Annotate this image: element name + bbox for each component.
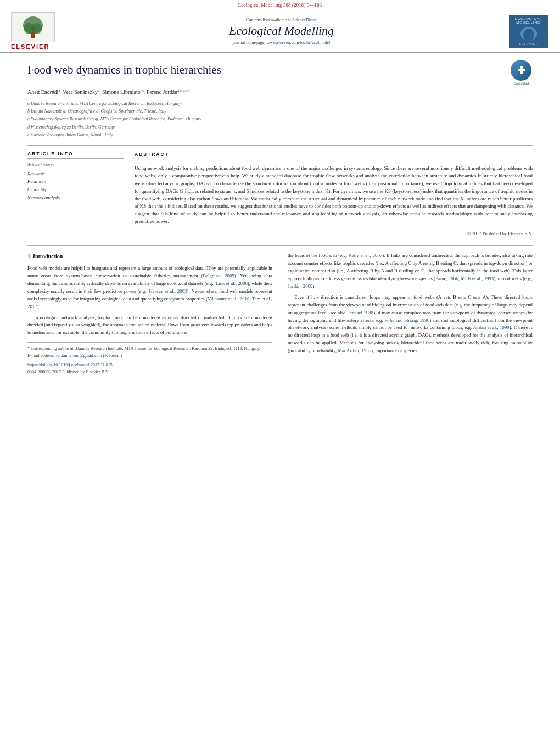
article-info-header: ARTICLE INFO	[27, 151, 124, 159]
author-endrédi: Anett Endrédia	[27, 89, 60, 95]
keyword-1: Food web	[27, 177, 124, 186]
elsevier-brand: ELSEVIER	[11, 43, 49, 50]
article-title: Food web dynamics in trophic hierarchies	[27, 63, 221, 77]
crossmark-circle: ✚	[511, 60, 531, 81]
ref-belgrano[interactable]: Belgrano, 2005	[203, 273, 234, 278]
crossmark-symbol: ✚	[517, 64, 525, 76]
doi-link[interactable]: https://doi.org/10.1016/j.ecolmodel.2017…	[27, 362, 113, 367]
keyword-2: Centrality	[27, 186, 124, 194]
page: Ecological Modelling 368 (2018) 94–103 E…	[0, 0, 560, 742]
body-col-left: 1. Introduction Food web models are help…	[27, 252, 272, 376]
authors-line: Anett Endrédia, Vera Senánszkya, Simone …	[27, 87, 533, 96]
author-jordán: Ferenc Jordána,c,d,e,*	[147, 89, 191, 95]
ref-mills[interactable]: Mills et al., 1993	[461, 276, 494, 281]
affil-a: a Danube Research Institute, MTA Centre …	[27, 100, 533, 108]
article-history-section: Article history:	[27, 162, 124, 167]
affil-e: e Stazione Zoologica Anton Dohrn, Napoli…	[27, 131, 533, 139]
ref-link-et-al[interactable]: Link et al., 2008	[216, 281, 248, 286]
article-info-abstract: ARTICLE INFO Article history: Keywords: …	[27, 151, 533, 238]
svg-rect-4	[31, 32, 35, 38]
ref-kelly[interactable]: Kelly et al., 2007	[348, 253, 382, 258]
journal-header: ELSEVIER Contents lists available at Sci…	[0, 9, 560, 53]
right-para-1: the basis of the food web (e.g. Kelly et…	[288, 252, 533, 290]
journal-logo-box: ECOLOGICALMODELLING E L S E V I E R	[509, 15, 548, 48]
keyword-3: Network analysis	[27, 194, 124, 202]
sciencedirect-link[interactable]: ScienceDirect	[292, 18, 317, 23]
journal-citation: Ecological Modelling 368 (2018) 94–103	[238, 2, 322, 8]
keywords-section: Keywords: Food web Centrality Network an…	[27, 171, 124, 203]
logo-bottom-text: E L S E V I E R	[519, 42, 538, 46]
logo-top-text: ECOLOGICALMODELLING	[515, 17, 542, 26]
corresponding-author-note: * Corresponding author at: Danube Resear…	[27, 345, 272, 353]
body-columns: 1. Introduction Food web models are help…	[27, 252, 533, 376]
affil-b: b Istituto Nazionale di Oceanografia e d…	[27, 108, 533, 115]
contents-available-line: Contents lists available at ScienceDirec…	[66, 18, 497, 23]
article-history-label: Article history:	[27, 162, 124, 167]
ref-polis[interactable]: Polis and Strong, 1996	[384, 317, 429, 323]
copyright-line: © 2017 Published by Elsevier B.V.	[135, 230, 533, 237]
email-line: E-mail address: jordan.ferenc@gmail.com …	[27, 353, 272, 360]
abstract-header: ABSTRACT	[135, 151, 533, 160]
intro-para-1: Food web models are helpful to integrate…	[27, 265, 272, 310]
ref-jordan-1999[interactable]: Jordán et al., 1999	[473, 325, 509, 330]
intro-para-2: In ecological network analysis, trophic …	[27, 314, 272, 337]
intro-title: Introduction	[33, 253, 63, 259]
elsevier-logo-img	[11, 12, 55, 42]
abstract-text: Using network analysis for making predic…	[135, 165, 533, 226]
logo-globe	[520, 27, 537, 40]
affil-d: d Wissenschaftskolleg zu Berlin, Berlin,…	[27, 124, 533, 131]
affiliations: a Danube Research Institute, MTA Centre …	[27, 100, 533, 140]
ref-harvey[interactable]: Harvey et al., 2003	[149, 288, 187, 294]
affil-c: c Evolutionary Systems Research Group, M…	[27, 115, 533, 123]
ref-macarthur[interactable]: MacArthur, 1955	[338, 348, 371, 353]
body-col-right: the basis of the food web (e.g. Kelly et…	[288, 252, 533, 376]
ref-paine[interactable]: Paine, 1966	[435, 276, 458, 281]
ref-villasante[interactable]: Villasante et al., 2016	[208, 296, 250, 302]
author-libralato: Simone Libralato b	[102, 89, 144, 95]
right-para-2: Even if link direction is considered, lo…	[288, 294, 533, 355]
journal-logo-right: ECOLOGICALMODELLING E L S E V I E R	[508, 13, 549, 49]
elsevier-logo: ELSEVIER	[11, 12, 55, 50]
abstract-col: ABSTRACT Using network analysis for maki…	[135, 151, 533, 238]
article-divider	[27, 145, 533, 146]
keywords-label: Keywords:	[27, 171, 124, 176]
author-email-link[interactable]: jordan.ferenc@gmail.com	[56, 353, 102, 358]
issn-line: 0304-3800/© 2017 Published by Elsevier B…	[27, 369, 272, 376]
journal-homepage-link[interactable]: www.elsevier.com/locate/ecolmodel	[266, 40, 330, 45]
article-info-col: ARTICLE INFO Article history: Keywords: …	[27, 151, 124, 238]
article-wrapper: Food web dynamics in trophic hierarchies…	[0, 53, 560, 381]
author-senánszky: Vera Senánszkya	[63, 89, 99, 95]
ref-fenchel[interactable]: Fenchel 1988	[347, 310, 373, 315]
crossmark-badge: ✚ CrossMark	[511, 60, 533, 82]
doi-line: https://doi.org/10.1016/j.ecolmodel.2017…	[27, 362, 272, 369]
journal-title: Ecological Modelling	[66, 24, 497, 38]
intro-heading: 1. Introduction	[27, 252, 272, 261]
journal-header-center: Contents lists available at ScienceDirec…	[55, 18, 508, 45]
homepage-line: journal homepage: www.elsevier.com/locat…	[66, 40, 497, 45]
footnote-area: * Corresponding author at: Danube Resear…	[27, 342, 272, 376]
ref-jordan-2009[interactable]: Jordán, 2009	[288, 283, 312, 289]
body-divider	[27, 245, 533, 246]
crossmark-label: CrossMark	[511, 82, 533, 85]
journal-citation-bar: Ecological Modelling 368 (2018) 94–103	[0, 0, 560, 9]
